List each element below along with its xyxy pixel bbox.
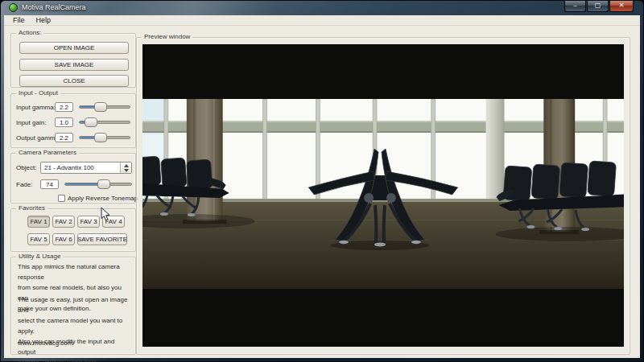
camera-object-value: 21 - Advantix 100 [44,164,94,171]
fade-value[interactable]: 74 [40,179,59,189]
utility-usage-group: Utility & Usage This app mimics the natu… [10,257,136,355]
website-link[interactable]: www.motivacg.com [18,338,72,348]
output-gamma-value[interactable]: 2.2 [55,133,73,142]
reverse-tonemap-checkbox[interactable] [58,195,65,202]
camera-object-select[interactable]: 21 - Advantix 100 [40,162,132,174]
output-gamma-label: Output gamma: [16,134,60,142]
input-gain-slider-handle[interactable] [85,117,97,127]
menu-help[interactable]: Help [31,16,57,24]
favorites-group-title: Favorites [16,204,47,212]
airport-render-image [142,99,624,289]
reverse-tonemap-label: Apply Reverse Tonemap [68,195,138,202]
fav3-button[interactable]: FAV 3 [77,216,100,228]
preview-screen[interactable] [142,44,624,347]
actions-group-title: Actions: [16,29,43,36]
fade-label: Fade: [16,181,32,188]
fav1-button[interactable]: FAV 1 [27,216,50,228]
output-gamma-slider[interactable] [79,136,130,139]
save-image-button[interactable]: SAVE IMAGE [19,59,129,71]
camera-parameters-group: Camera Parameters Object: 21 - Advantix … [10,153,136,204]
minimize-button[interactable]: – [564,1,586,12]
close-window-button[interactable]: ✕ [609,1,634,12]
preview-render [142,99,624,289]
spinner-arrows-icon[interactable] [120,162,131,173]
app-icon [9,3,18,12]
utility-usage-group-title: Utility & Usage [16,253,63,260]
fade-slider-handle[interactable] [97,179,110,189]
fade-slider[interactable] [64,183,132,186]
input-gain-slider[interactable] [79,121,130,124]
menu-file[interactable]: File [7,16,31,24]
fav6-button[interactable]: FAV 6 [52,233,75,245]
input-gamma-value[interactable]: 2.2 [55,102,73,112]
title-bar[interactable]: Motiva RealCamera – ▢ ✕ [1,1,643,15]
close-button[interactable]: CLOSE [19,75,129,87]
actions-group: Actions: OPEN IMAGE SAVE IMAGE CLOSE [10,33,136,88]
window-title: Motiva RealCamera [22,3,86,11]
preview-group: Preview window [136,37,630,355]
fav5-button[interactable]: FAV 5 [27,233,50,245]
fav2-button[interactable]: FAV 2 [52,216,75,228]
open-image-button[interactable]: OPEN IMAGE [19,42,129,54]
input-gamma-slider-handle[interactable] [94,102,107,112]
camera-parameters-group-title: Camera Parameters [16,149,79,156]
output-gamma-slider-handle[interactable] [94,133,107,142]
input-output-group-title: Input - Output [16,89,60,97]
mouse-cursor [101,207,110,221]
favorites-group: Favorites FAV 1 FAV 2 FAV 3 FAV 4 FAV 5 … [10,208,136,252]
input-gamma-slider[interactable] [79,105,130,109]
input-gain-label: Input gain: [16,119,46,126]
utility-paragraph-2: The usage is easy, just open an image an… [18,294,134,362]
menu-bar: File Help [4,15,640,26]
client-area: Actions: OPEN IMAGE SAVE IMAGE CLOSE Inp… [4,26,640,358]
input-gamma-label: Input gamma: [16,104,56,111]
input-gain-value[interactable]: 1.0 [55,117,73,127]
app-window: Motiva RealCamera – ▢ ✕ File Help Action… [0,0,644,362]
input-output-group: Input - Output Input gamma: 2.2 Input ga… [10,93,136,148]
save-favorite-button[interactable]: SAVE FAVORITE [77,233,127,245]
maximize-button[interactable]: ▢ [587,1,609,12]
preview-group-title: Preview window [142,33,192,40]
object-label: Object: [16,164,36,171]
